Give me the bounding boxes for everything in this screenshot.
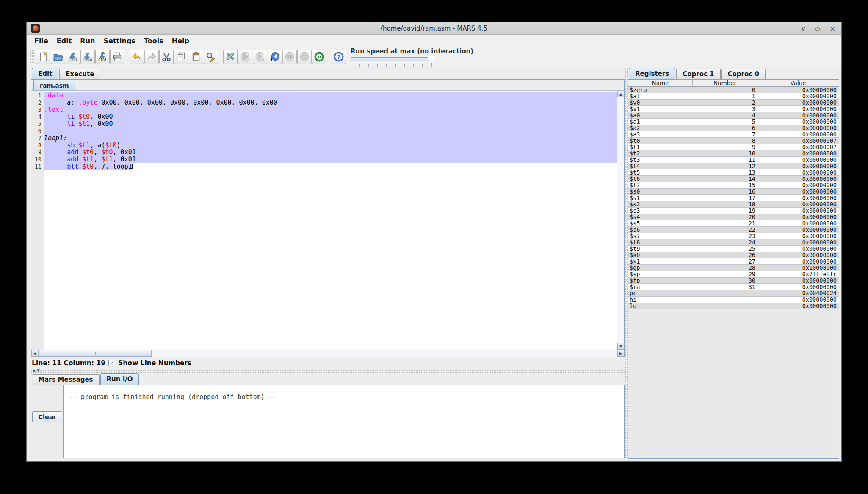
register-row[interactable]: $fp300x00000000 xyxy=(628,278,839,284)
menu-edit[interactable]: Edit xyxy=(53,36,76,46)
tab-execute[interactable]: Execute xyxy=(59,69,100,79)
file-tab-ram-asm[interactable]: ram.asm xyxy=(33,80,75,90)
paste-button[interactable] xyxy=(189,50,203,64)
register-row[interactable]: $t7150x00000000 xyxy=(628,182,839,189)
menu-run[interactable]: Run xyxy=(76,36,99,46)
show-line-numbers-checkbox[interactable]: ✓ xyxy=(108,360,115,366)
menu-tools[interactable]: Tools xyxy=(140,36,168,46)
register-row[interactable]: $s0160x00000000 xyxy=(628,189,839,195)
register-row[interactable]: $a260x00000000 xyxy=(628,125,839,131)
menu-settings[interactable]: Settings xyxy=(99,36,140,46)
code-line[interactable]: loop1: xyxy=(44,135,617,142)
register-row[interactable]: $s4200x00000000 xyxy=(628,214,839,220)
register-row[interactable]: $t2100x00000000 xyxy=(628,150,839,157)
tab-mars-messages[interactable]: Mars Messages xyxy=(32,374,100,385)
cut-button[interactable] xyxy=(159,50,174,64)
register-row[interactable]: $t8240x00000000 xyxy=(628,239,839,246)
tab-registers[interactable]: Registers xyxy=(629,68,675,79)
pause-button[interactable] xyxy=(282,50,297,64)
maximize-icon[interactable]: ◇ xyxy=(815,25,820,33)
splitter-up-icon[interactable]: ▲ xyxy=(33,369,36,372)
register-row[interactable]: $zero00x00000000 xyxy=(628,87,839,93)
run-speed-thumb[interactable] xyxy=(428,56,435,64)
save-button[interactable] xyxy=(66,50,80,64)
help-button[interactable]: ? xyxy=(332,50,346,64)
register-row[interactable]: $s3190x00000000 xyxy=(628,208,839,214)
run-speed-slider[interactable] xyxy=(351,56,435,63)
new-file-button[interactable] xyxy=(36,50,50,64)
backstep-button[interactable]: 1 xyxy=(268,50,282,64)
register-row[interactable]: $s5210x00000000 xyxy=(628,220,839,227)
tab-coproc-1[interactable]: Coproc 1 xyxy=(676,69,720,79)
register-row[interactable]: $t6140x00000000 xyxy=(628,176,839,182)
register-row[interactable]: $s2180x00000000 xyxy=(628,201,839,208)
code-line[interactable]: .data xyxy=(44,92,617,99)
editor-horizontal-scrollbar[interactable]: ◀ ▶ xyxy=(31,350,624,357)
redo-button[interactable] xyxy=(144,50,159,64)
code-line[interactable]: .text xyxy=(44,106,617,114)
reset-button[interactable] xyxy=(312,50,326,64)
code-line[interactable]: a: .byte 0x00, 0x00, 0x00, 0x00, 0x00, 0… xyxy=(44,99,617,106)
scroll-right-icon[interactable]: ▶ xyxy=(617,350,624,357)
code-line[interactable]: add $t0, $t0, 0x01 xyxy=(44,149,617,156)
code-line[interactable]: blt $t0, 7, loop1 xyxy=(44,163,617,170)
undo-button[interactable] xyxy=(130,50,144,64)
register-row[interactable]: $t190x00000007 xyxy=(628,144,839,150)
clear-button[interactable]: Clear xyxy=(32,411,62,422)
register-row[interactable]: $t5130x00000000 xyxy=(628,169,839,176)
code-line[interactable] xyxy=(44,128,617,135)
register-row[interactable]: pc0x00400024 xyxy=(628,290,839,297)
editor-vertical-scrollbar[interactable]: ▲ ▼ xyxy=(617,91,624,350)
register-row[interactable]: $t4120x00000000 xyxy=(628,163,839,169)
toolbar-grip[interactable] xyxy=(30,50,34,64)
assemble-button[interactable] xyxy=(223,50,238,64)
save-as-button[interactable] xyxy=(80,50,95,64)
register-row[interactable]: $sp290x7fffeffc xyxy=(628,271,839,278)
horizontal-scroll-thumb[interactable] xyxy=(38,350,152,357)
minimize-icon[interactable]: ∨ xyxy=(801,25,806,33)
find-replace-button[interactable] xyxy=(204,50,218,64)
open-button[interactable] xyxy=(51,50,65,64)
register-row[interactable]: $t9250x00000000 xyxy=(628,246,839,252)
register-row[interactable]: $s1170x00000000 xyxy=(628,195,839,201)
print-button[interactable] xyxy=(110,50,124,64)
stop-button[interactable] xyxy=(297,50,312,64)
register-row[interactable]: $v130x00000000 xyxy=(628,106,839,112)
code-line[interactable]: li $t1, 0x00 xyxy=(44,120,617,128)
register-row[interactable]: $t080x00000007 xyxy=(628,138,839,144)
register-row[interactable]: lo0x00000000 xyxy=(628,303,839,309)
register-row[interactable]: $v020x00000000 xyxy=(628,100,839,106)
scroll-left-icon[interactable]: ◀ xyxy=(31,350,38,357)
code-editor[interactable]: .data a: .byte 0x00, 0x00, 0x00, 0x00, 0… xyxy=(44,91,617,350)
register-row[interactable]: $a370x00000000 xyxy=(628,131,839,138)
register-row[interactable]: $t3110x00000000 xyxy=(628,157,839,163)
register-row[interactable]: hi0x00000000 xyxy=(628,297,839,303)
register-row[interactable]: $k0260x00000000 xyxy=(628,252,839,258)
tab-edit[interactable]: Edit xyxy=(32,68,58,79)
scroll-down-icon[interactable]: ▼ xyxy=(617,343,624,350)
tab-run-i-o[interactable]: Run I/O xyxy=(100,373,139,385)
menu-help[interactable]: Help xyxy=(168,36,194,46)
step-button[interactable]: 1 xyxy=(253,50,267,64)
menu-file[interactable]: File xyxy=(30,36,53,46)
register-row[interactable]: $s6220x00000000 xyxy=(628,227,839,233)
register-row[interactable]: $a150x00000000 xyxy=(628,119,839,125)
register-row[interactable]: $s7230x00000000 xyxy=(628,233,839,239)
code-line[interactable]: sb $t1, a($t0) xyxy=(44,142,617,149)
title-bar[interactable]: /home/david/ram.asm - MARS 4.5 ∨ ◇ × xyxy=(27,22,841,35)
register-row[interactable]: $gp280x10008000 xyxy=(628,265,839,271)
register-row[interactable]: $a040x00000000 xyxy=(628,112,839,119)
horizontal-splitter[interactable]: ▲ ▼ xyxy=(31,368,625,373)
scroll-up-icon[interactable]: ▲ xyxy=(617,91,624,97)
register-row[interactable]: $k1270x00000000 xyxy=(628,258,839,265)
register-row[interactable]: $at10x00000000 xyxy=(628,93,839,100)
code-line[interactable]: add $t1, $t1, 0x01 xyxy=(44,156,617,163)
copy-button[interactable] xyxy=(174,50,188,64)
run-button[interactable] xyxy=(238,50,252,64)
tab-coproc-0[interactable]: Coproc 0 xyxy=(721,69,766,79)
dump-memory-button[interactable]: 0101 xyxy=(95,50,110,64)
vertical-splitter[interactable] xyxy=(625,69,628,459)
close-icon[interactable]: × xyxy=(830,25,835,33)
code-line[interactable]: li $t0, 0x00 xyxy=(44,113,617,120)
register-row[interactable]: $ra310x00000000 xyxy=(628,284,839,290)
